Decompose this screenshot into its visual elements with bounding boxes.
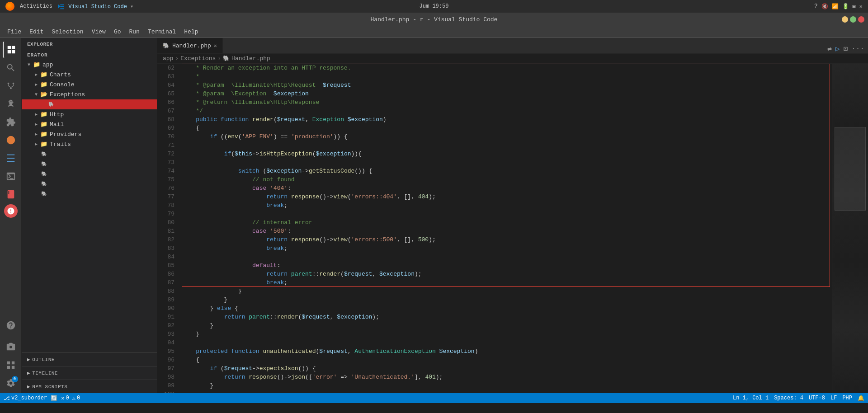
tab-handler[interactable]: 🐘 Handler.php ✕ [157,38,223,53]
spacer-apiauthorized: ▶ [33,171,40,177]
window-minimize-button[interactable] [842,16,848,23]
tree-item-console[interactable]: ▶ 📁 Console [22,80,157,89]
window-close-btn[interactable]: ✕ [859,3,863,10]
window-maximize-button[interactable] [850,16,856,23]
activity-settings[interactable]: 0 [3,375,19,391]
code-line-97: if ($request->expectsJson()) { [182,364,832,373]
code-editor[interactable]: 62 63 64 65 66 67 68 69 70 71 72 73 74 7… [157,64,868,393]
menu-run[interactable]: Run [125,28,143,36]
menu-terminal[interactable]: Terminal [144,28,179,36]
title-bar: Handler.php - r - Visual Studio Code [0,13,868,26]
npm-header[interactable]: ▶ NPM SCRIPTS [22,382,157,391]
activity-arrow[interactable] [3,150,19,166]
breadcrumb-file[interactable]: Handler.php [231,55,270,62]
tree-item-traits[interactable]: ▶ 📁 Traits [22,139,157,149]
code-line-92: } [182,321,832,330]
battery-icon[interactable]: 🔋 [842,3,849,10]
arrow-providers: ▶ [33,131,40,137]
line-num-83: 83 [157,244,175,253]
activity-camera[interactable] [3,339,19,355]
tree-item-providers[interactable]: ▶ 📁 Providers [22,129,157,139]
code-content[interactable]: * Render an exception into an HTTP respo… [180,64,832,393]
minimize-icon[interactable]: ? [814,3,817,9]
menu-help[interactable]: Help [180,28,202,36]
menu-edit[interactable]: Edit [26,28,47,36]
code-line-90: } else { [182,304,832,313]
tree-item-mail[interactable]: ▶ 📁 Mail [22,119,157,129]
activity-red-circle[interactable] [4,204,18,218]
menu-view[interactable]: View [88,28,109,36]
folder-icon-charts: 📁 [40,71,48,78]
tree-item-charts[interactable]: ▶ 📁 Charts [22,70,157,80]
network-icon[interactable]: 📶 [832,3,839,10]
more-actions-icon[interactable]: ··· [851,45,864,53]
file-icon-address: 🐘 [40,161,48,167]
line-ending[interactable]: LF [830,395,837,401]
window-close-button[interactable] [858,16,864,23]
sync-status[interactable]: 🔄 [51,395,57,402]
code-line-78: break; [182,201,832,210]
activity-extensions[interactable] [3,114,19,130]
file-tree: ▼ 📁 app ▶ 📁 Charts ▶ 📁 Console ▼ 📂 Excep… [22,60,157,352]
indentation[interactable]: Spaces: 4 [774,395,803,401]
tree-item-exceptions[interactable]: ▼ 📂 Exceptions [22,89,157,99]
code-line-77: return response()->view('errors::404', [… [182,192,832,201]
window-maximize-btn[interactable]: ⊞ [853,3,856,10]
breadcrumb-exceptions[interactable]: Exceptions [180,55,216,62]
activity-notebook[interactable] [3,186,19,202]
menu-go[interactable]: Go [110,28,125,36]
code-line-84 [182,253,832,261]
activity-terminal[interactable] [3,168,19,184]
outline-label: OUTLINE [32,357,55,362]
code-line-81: case '500': [182,227,832,235]
code-line-91: return parent::render($request, $excepti… [182,313,832,321]
tree-item-authorizable[interactable]: ▶ 🐘 [22,179,157,189]
tree-item-app[interactable]: ▼ 📁 app [22,60,157,70]
language-mode[interactable]: PHP [842,395,852,401]
line-num-82: 82 [157,235,175,244]
breadcrumb-app[interactable]: app [163,55,173,62]
activity-orange-circle[interactable] [3,132,19,148]
line-num-93: 93 [157,330,175,338]
line-num-89: 89 [157,296,175,304]
activity-debug[interactable] [3,96,19,112]
tree-item-handler[interactable]: ▶ 🐘 [22,99,157,109]
activity-git[interactable] [3,78,19,94]
notifications-icon[interactable]: 🔔 [858,395,864,402]
activity-grid[interactable] [3,357,19,373]
tree-item-activitylog[interactable]: ▶ 🐘 [22,149,157,159]
system-bar-left: Activities Visual Studio Code ▾ [5,2,133,11]
tab-close-button[interactable]: ✕ [214,42,217,49]
folder-icon-mail: 📁 [40,121,48,128]
cursor-position[interactable]: Ln 1, Col 1 [733,395,769,401]
code-line-87: break; [182,278,832,287]
errors-status[interactable]: ✕ 0 ⚠ 0 [61,395,80,402]
line-num-66: 66 [157,98,175,107]
tree-item-cecallbacks[interactable]: ▶ 🐘 [22,189,157,199]
activities-label[interactable]: Activities [20,3,52,9]
menu-file[interactable]: File [4,28,25,36]
volume-icon[interactable]: 🔇 [821,3,828,10]
encoding[interactable]: UTF-8 [809,395,825,401]
activity-explorer[interactable] [3,42,19,58]
arrow-handler: ▶ [40,102,47,107]
run-code-icon[interactable]: ▷ [835,44,840,53]
menu-selection[interactable]: Selection [48,28,87,36]
editor-layout-icon[interactable]: ⊡ [844,44,848,53]
tree-item-http[interactable]: ▶ 📁 Http [22,109,157,119]
title-bar-buttons [842,16,864,23]
git-branch[interactable]: ⎇ v2_suborder [4,395,47,402]
breadcrumb: app › Exceptions › 🐘 Handler.php [157,54,868,64]
tree-label-console: Console [50,81,75,88]
tree-item-address[interactable]: ▶ 🐘 [22,159,157,169]
outline-header[interactable]: ▶ OUTLINE [22,355,157,364]
firefox-icon [5,2,14,11]
tree-item-apiauthorized[interactable]: ▶ 🐘 [22,169,157,179]
activity-search[interactable] [3,60,19,76]
timeline-header[interactable]: ▶ TIMELINE [22,368,157,378]
split-editor-icon[interactable]: ⇌ [827,44,832,53]
activity-help[interactable] [3,317,19,333]
line-num-86: 86 [157,270,175,278]
line-num-70: 70 [157,132,175,141]
code-line-72: if($this->isHttpException($exception)){ [182,150,832,158]
